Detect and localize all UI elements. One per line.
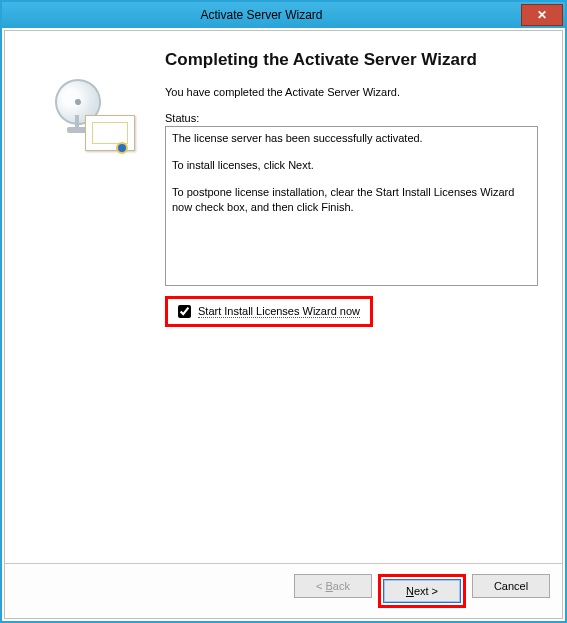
start-install-checkbox-row[interactable]: Start Install Licenses Wizard now bbox=[178, 305, 360, 318]
next-button[interactable]: Next > bbox=[383, 579, 461, 603]
wizard-content: Completing the Activate Server Wizard Yo… bbox=[165, 49, 552, 563]
page-heading: Completing the Activate Server Wizard bbox=[165, 49, 538, 70]
checkbox-highlight: Start Install Licenses Wizard now bbox=[165, 296, 373, 327]
satellite-cert-icon bbox=[45, 79, 135, 159]
status-line: To postpone license installation, clear … bbox=[172, 185, 531, 215]
status-textbox: The license server has been successfully… bbox=[165, 126, 538, 286]
close-button[interactable]: ✕ bbox=[521, 4, 563, 26]
wizard-graphic-column bbox=[15, 49, 165, 563]
start-install-checkbox-label: Start Install Licenses Wizard now bbox=[198, 305, 360, 318]
cancel-button[interactable]: Cancel bbox=[472, 574, 550, 598]
wizard-footer: < Back Next > Cancel bbox=[5, 563, 562, 618]
wizard-window: Activate Server Wizard ✕ Completing the … bbox=[0, 0, 567, 623]
status-label: Status: bbox=[165, 112, 538, 124]
status-line: The license server has been successfully… bbox=[172, 131, 531, 146]
start-install-checkbox[interactable] bbox=[178, 305, 191, 318]
title-bar: Activate Server Wizard ✕ bbox=[2, 2, 565, 28]
wizard-body: Completing the Activate Server Wizard Yo… bbox=[5, 31, 562, 563]
intro-text: You have completed the Activate Server W… bbox=[165, 86, 538, 98]
status-line: To install licenses, click Next. bbox=[172, 158, 531, 173]
next-button-highlight: Next > bbox=[378, 574, 466, 608]
back-button: < Back bbox=[294, 574, 372, 598]
client-area: Completing the Activate Server Wizard Yo… bbox=[4, 30, 563, 619]
window-title: Activate Server Wizard bbox=[2, 8, 521, 22]
close-icon: ✕ bbox=[537, 8, 547, 22]
